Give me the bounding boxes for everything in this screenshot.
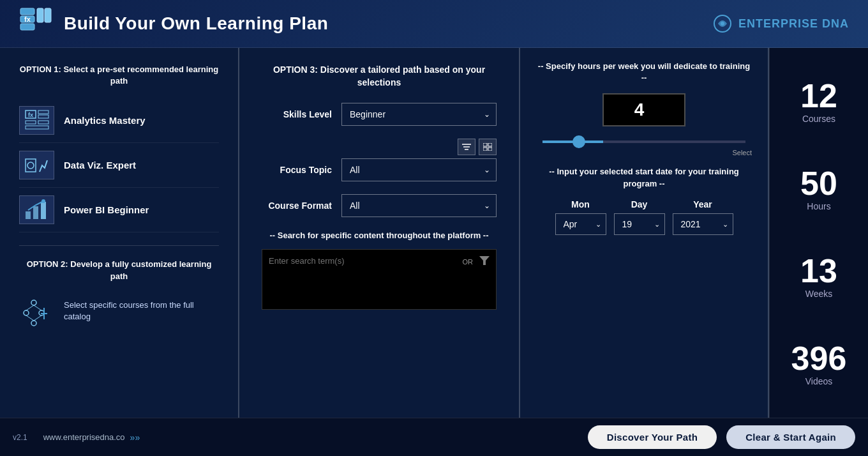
discover-path-button[interactable]: Discover Your Path <box>588 425 717 449</box>
videos-stat: 396 Videos <box>791 342 847 386</box>
left-panel: OPTION 1: Select a pre-set recommended l… <box>0 48 239 418</box>
date-title: -- Input your selected start date for yo… <box>536 166 752 189</box>
svg-rect-10 <box>38 110 49 114</box>
svg-rect-37 <box>488 148 492 151</box>
svg-point-20 <box>41 199 45 203</box>
search-input[interactable] <box>269 256 463 266</box>
focus-topic-select[interactable]: All Power BI DAX Power Query Python <box>341 158 497 181</box>
data-viz-item[interactable]: Data Viz. Expert <box>19 143 219 188</box>
option3-title: OPTION 3: Discover a tailored path based… <box>262 64 497 89</box>
grid-icon-btn[interactable] <box>479 139 497 155</box>
day-col: Day 12510 19202531 ⌄ <box>614 199 665 235</box>
svg-rect-14 <box>26 126 49 129</box>
hours-stat: 50 Hours <box>800 167 837 211</box>
svg-point-24 <box>31 321 36 326</box>
focus-topic-select-wrapper[interactable]: All Power BI DAX Power Query Python ⌄ <box>341 158 497 181</box>
url-text: www.enterprisedna.co <box>43 432 125 442</box>
search-box[interactable]: OR <box>262 249 497 310</box>
hours-input[interactable] <box>602 93 685 126</box>
search-title: -- Search for specific content throughou… <box>262 230 497 241</box>
hours-title: -- Specify hours per week you will dedic… <box>536 61 752 84</box>
search-or-label: OR <box>463 258 474 266</box>
header: fx Build Your Own Learning Plan ENTERPRI… <box>0 0 868 48</box>
svg-rect-2 <box>20 24 34 30</box>
day-label: Day <box>631 199 648 209</box>
month-select-wrapper[interactable]: JanFebMar AprMayJun JulAugSep OctNovDec … <box>555 213 606 235</box>
data-viz-icon <box>19 151 54 179</box>
search-filter-icon[interactable] <box>479 256 490 267</box>
option2-item[interactable]: Select specific courses from the full ca… <box>19 294 219 329</box>
course-format-select[interactable]: All Video Workshop Course <box>341 194 497 217</box>
focus-topic-label: Focus Topic <box>262 165 332 175</box>
svg-point-7 <box>721 22 724 26</box>
svg-rect-12 <box>26 121 36 124</box>
svg-text:fx: fx <box>24 15 31 23</box>
svg-rect-0 <box>20 8 34 15</box>
power-bi-icon <box>19 195 54 224</box>
logo-icon <box>713 14 732 33</box>
analytics-mastery-item[interactable]: fx Analytics Mastery <box>19 98 219 143</box>
hours-count: 50 <box>800 167 837 200</box>
svg-line-25 <box>26 305 34 310</box>
filter-icon-btn[interactable] <box>458 139 475 155</box>
year-label: Year <box>693 199 712 209</box>
grid-icon <box>483 143 492 151</box>
weeks-count: 13 <box>800 254 837 287</box>
svg-rect-17 <box>26 211 31 219</box>
svg-rect-13 <box>38 121 49 124</box>
skills-level-select[interactable]: Beginner Intermediate Advanced <box>341 103 497 126</box>
month-label: Mon <box>571 199 590 209</box>
url-chevron-icon: »» <box>130 432 140 443</box>
clear-start-again-button[interactable]: Clear & Start Again <box>726 425 855 449</box>
footer-buttons: Discover Your Path Clear & Start Again <box>588 425 855 449</box>
option2-title: OPTION 2: Develop a fully customized lea… <box>19 259 219 282</box>
footer-url: www.enterprisedna.co »» <box>43 432 140 443</box>
year-select[interactable]: 2020 2021 2022 2023 <box>673 213 733 235</box>
month-col: Mon JanFebMar AprMayJun JulAugSep OctNov… <box>555 199 606 235</box>
hours-input-container <box>536 93 752 126</box>
svg-rect-35 <box>488 143 492 146</box>
app-icon: fx <box>19 7 52 40</box>
option2-section: OPTION 2: Develop a fully customized lea… <box>19 245 219 328</box>
custom-catalog-icon <box>19 294 54 329</box>
select-label: Select <box>536 149 752 156</box>
svg-rect-36 <box>483 148 487 151</box>
skills-level-label: Skills Level <box>262 109 332 119</box>
course-format-select-wrapper[interactable]: All Video Workshop Course ⌄ <box>341 194 497 217</box>
hours-slider[interactable] <box>542 141 745 143</box>
course-format-row: Course Format All Video Workshop Course … <box>262 194 497 217</box>
skills-level-select-wrapper[interactable]: Beginner Intermediate Advanced ⌄ <box>341 103 497 126</box>
svg-line-28 <box>34 315 41 321</box>
year-col: Year 2020 2021 2022 2023 ⌄ <box>673 199 733 235</box>
svg-point-22 <box>24 310 29 315</box>
search-section: -- Search for specific content throughou… <box>262 230 497 310</box>
main-content: OPTION 1: Select a pre-set recommended l… <box>0 48 868 418</box>
svg-marker-38 <box>479 256 490 265</box>
power-bi-item[interactable]: Power BI Beginner <box>19 188 219 232</box>
header-left: fx Build Your Own Learning Plan <box>19 7 328 40</box>
day-select[interactable]: 12510 19202531 <box>614 213 665 235</box>
analytics-mastery-label: Analytics Mastery <box>64 115 146 126</box>
courses-label: Courses <box>800 114 837 124</box>
svg-rect-19 <box>41 202 46 219</box>
svg-rect-34 <box>483 143 487 146</box>
svg-rect-18 <box>33 206 38 219</box>
power-bi-label: Power BI Beginner <box>64 204 149 215</box>
filter-icons-row <box>341 139 497 155</box>
svg-line-27 <box>26 315 34 321</box>
day-select-wrapper[interactable]: 12510 19202531 ⌄ <box>614 213 665 235</box>
videos-count: 396 <box>791 342 847 375</box>
middle-panel: OPTION 3: Discover a tailored path based… <box>239 48 520 418</box>
enterprise-logo: ENTERPRISE DNA <box>713 14 849 33</box>
data-viz-label: Data Viz. Expert <box>64 160 136 171</box>
course-format-label: Course Format <box>262 201 332 211</box>
stats-panel: 12 Courses 50 Hours 13 Weeks 396 Videos <box>769 48 868 418</box>
videos-label: Videos <box>791 376 847 386</box>
month-select[interactable]: JanFebMar AprMayJun JulAugSep OctNovDec <box>555 213 606 235</box>
version-label: v2.1 <box>13 433 27 442</box>
svg-point-21 <box>31 300 36 305</box>
courses-count: 12 <box>800 79 837 112</box>
right-panel: -- Specify hours per week you will dedic… <box>520 48 769 418</box>
year-select-wrapper[interactable]: 2020 2021 2022 2023 ⌄ <box>673 213 733 235</box>
option1-title: OPTION 1: Select a pre-set recommended l… <box>19 64 219 87</box>
